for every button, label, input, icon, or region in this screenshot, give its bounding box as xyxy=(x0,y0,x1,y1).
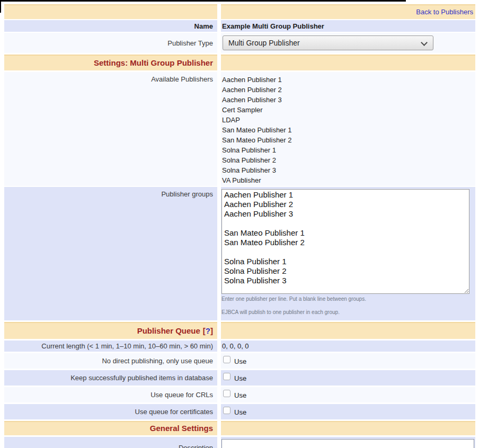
queue-for-certificates-label: Use queue for certificates xyxy=(4,404,217,419)
checkbox-label: Use xyxy=(234,391,246,399)
settings-section-header-spacer xyxy=(221,55,475,70)
table-row: Available Publishers Aachen Publisher 1 … xyxy=(4,72,475,186)
queue-for-certificates-cell: Use xyxy=(221,404,475,419)
no-direct-publishing-checkbox[interactable] xyxy=(223,356,230,363)
current-length-label: Current length (< 1 min, 1–10 min, 10–60… xyxy=(4,341,217,352)
queue-for-crls-cell: Use xyxy=(221,387,475,402)
checkbox-label: Use xyxy=(234,408,246,416)
list-item: Solna Publisher 2 xyxy=(222,155,475,165)
section-header-row: Publisher Queue [?] xyxy=(4,322,475,339)
description-cell xyxy=(221,437,475,448)
available-publishers-cell: Aachen Publisher 1 Aachen Publisher 2 Aa… xyxy=(221,72,475,186)
list-item: Aachen Publisher 3 xyxy=(222,95,475,105)
list-item: LDAP xyxy=(222,115,475,125)
table-row: Publisher groups Aachen Publisher 1 Aach… xyxy=(4,187,475,320)
publisher-queue-section-title: Publisher Queue [?] xyxy=(4,322,217,339)
available-publishers-list: Aachen Publisher 1 Aachen Publisher 2 Aa… xyxy=(221,72,475,185)
list-item: Aachen Publisher 1 xyxy=(222,75,475,85)
top-bar-left-cell xyxy=(4,4,217,19)
no-direct-publishing-cell: Use xyxy=(221,353,475,369)
no-direct-publishing-label: No direct publishing, only use queue xyxy=(4,353,217,369)
table-row: Name Example Multi Group Publisher xyxy=(4,20,475,32)
publisher-groups-label: Publisher groups xyxy=(4,187,217,320)
back-to-publishers-link[interactable]: Back to Publishers xyxy=(416,8,473,16)
list-item: Aachen Publisher 2 xyxy=(222,85,475,95)
list-item: Cert Sampler xyxy=(222,105,475,115)
list-item: San Mateo Publisher 2 xyxy=(222,135,475,145)
keep-published-label: Keep successfully published items in dat… xyxy=(4,370,217,386)
list-item: San Mateo Publisher 1 xyxy=(222,125,475,135)
queue-for-crls-label: Use queue for CRLs xyxy=(4,387,217,402)
screenshot-left-edge-artifact xyxy=(0,0,1,13)
top-bar-right-cell: Back to Publishers xyxy=(221,4,475,19)
name-label: Name xyxy=(4,20,217,32)
publisher-groups-help-1: Enter one publisher per line. Put a blan… xyxy=(221,296,475,302)
table-row: Use queue for CRLs Use xyxy=(4,387,475,402)
queue-for-certificates-checkbox[interactable] xyxy=(223,407,230,414)
publisher-edit-page: Back to Publishers Name Example Multi Gr… xyxy=(0,0,479,448)
list-item: Solna Publisher 1 xyxy=(222,145,475,155)
publisher-groups-textarea[interactable]: Aachen Publisher 1 Aachen Publisher 2 Aa… xyxy=(221,189,469,294)
keep-published-checkbox[interactable] xyxy=(223,373,230,380)
list-item: Solna Publisher 3 xyxy=(222,165,475,175)
publisher-form-table: Back to Publishers Name Example Multi Gr… xyxy=(0,0,479,448)
table-row: Description xyxy=(4,437,475,448)
table-row: Back to Publishers xyxy=(4,4,475,19)
queue-help-link[interactable]: ? xyxy=(206,326,210,335)
queue-section-header-spacer xyxy=(221,322,475,339)
section-header-row: General Settings xyxy=(4,421,475,435)
keep-published-cell: Use xyxy=(221,370,475,386)
queue-for-crls-checkbox[interactable] xyxy=(223,390,230,397)
available-publishers-label: Available Publishers xyxy=(4,72,217,186)
section-header-row: Settings: Multi Group Publisher xyxy=(4,55,475,70)
publisher-type-label: Publisher Type xyxy=(4,33,217,53)
general-section-header-spacer xyxy=(221,421,475,435)
table-row: Keep successfully published items in dat… xyxy=(4,370,475,386)
table-row: Publisher Type Multi Group Publisher xyxy=(4,33,475,53)
settings-section-title: Settings: Multi Group Publisher xyxy=(4,55,217,70)
checkbox-label: Use xyxy=(234,357,246,365)
description-input[interactable] xyxy=(221,439,474,448)
screenshot-top-edge-artifact xyxy=(0,0,406,2)
publisher-groups-cell: Aachen Publisher 1 Aachen Publisher 2 Aa… xyxy=(221,187,475,320)
publisher-queue-title-text: Publisher Queue xyxy=(137,326,200,335)
table-row: Current length (< 1 min, 1–10 min, 10–60… xyxy=(4,341,475,352)
current-length-value: 0, 0, 0, 0 xyxy=(221,341,475,352)
name-value: Example Multi Group Publisher xyxy=(221,20,475,32)
publisher-type-cell: Multi Group Publisher xyxy=(221,33,475,53)
checkbox-label: Use xyxy=(234,374,246,382)
publisher-type-select-wrap: Multi Group Publisher xyxy=(223,35,433,50)
general-settings-section-title: General Settings xyxy=(4,421,217,435)
help-bracket-close: ] xyxy=(210,326,213,335)
description-label: Description xyxy=(4,437,217,448)
publisher-groups-help-2: EJBCA will publish to one publisher in e… xyxy=(221,309,475,315)
list-item: VA Publisher xyxy=(222,175,475,185)
table-row: No direct publishing, only use queue Use xyxy=(4,353,475,369)
publisher-type-select[interactable]: Multi Group Publisher xyxy=(223,35,433,50)
table-row: Use queue for certificates Use xyxy=(4,404,475,419)
